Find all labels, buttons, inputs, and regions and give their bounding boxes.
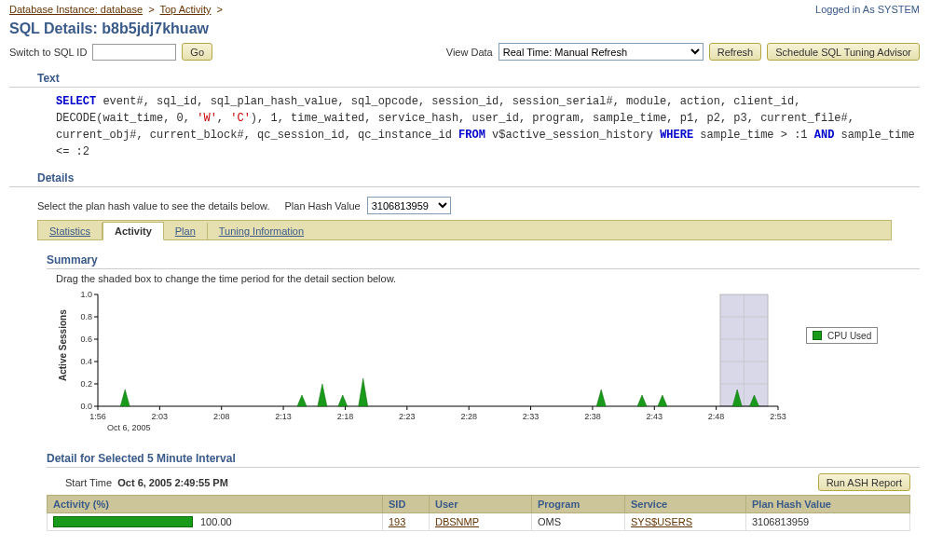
phv-cell: 3106813959 xyxy=(746,513,910,531)
activity-table: Activity (%) SID User Program Service Pl… xyxy=(47,495,910,531)
view-data-label: View Data xyxy=(446,47,493,58)
svg-text:2:28: 2:28 xyxy=(460,412,477,421)
go-button[interactable]: Go xyxy=(182,43,212,61)
table-header-row: Activity (%) SID User Program Service Pl… xyxy=(48,496,910,513)
svg-marker-46 xyxy=(297,395,307,406)
breadcrumb-top-activity[interactable]: Top Activity xyxy=(159,4,211,15)
start-time-value: Oct 6, 2005 2:49:55 PM xyxy=(117,477,228,488)
svg-text:0.4: 0.4 xyxy=(80,357,92,366)
svg-text:0.0: 0.0 xyxy=(80,402,92,411)
svg-text:2:18: 2:18 xyxy=(337,412,354,421)
svg-text:2:38: 2:38 xyxy=(584,412,601,421)
table-row: 100.00 193 DBSNMP OMS SYS$USERS 31068139… xyxy=(48,513,910,531)
svg-text:2:08: 2:08 xyxy=(213,412,230,421)
svg-text:2:33: 2:33 xyxy=(523,412,540,421)
switch-sqlid-label: Switch to SQL ID xyxy=(9,47,87,58)
tab-plan[interactable]: Plan xyxy=(164,223,208,239)
chevron-right-icon: > xyxy=(145,4,157,15)
cpu-swatch-icon xyxy=(813,331,822,340)
breadcrumb-db-instance[interactable]: Database Instance: database xyxy=(9,4,143,15)
start-time-label: Start Time xyxy=(65,477,112,488)
run-ash-report-button[interactable]: Run ASH Report xyxy=(818,473,910,491)
svg-text:2:53: 2:53 xyxy=(770,412,786,421)
sid-link[interactable]: 193 xyxy=(389,516,405,527)
col-user[interactable]: User xyxy=(430,496,532,513)
activity-pct: 100.00 xyxy=(200,516,232,527)
user-link[interactable]: DBSNMP xyxy=(435,516,479,527)
y-axis-label: Active Sessions xyxy=(56,290,70,402)
login-status: Logged in As SYSTEM xyxy=(815,4,920,15)
page-title: SQL Details: b8b5jdj7khuaw xyxy=(9,20,920,37)
svg-text:0.2: 0.2 xyxy=(80,379,92,389)
col-phv[interactable]: Plan Hash Value xyxy=(746,496,910,513)
col-service[interactable]: Service xyxy=(625,496,746,513)
legend-cpu-label: CPU Used xyxy=(827,331,871,341)
svg-marker-47 xyxy=(318,384,327,406)
svg-text:Oct 6, 2005: Oct 6, 2005 xyxy=(107,423,151,432)
col-activity[interactable]: Activity (%) xyxy=(48,496,383,513)
switch-sqlid-input[interactable] xyxy=(92,44,176,61)
svg-text:1.0: 1.0 xyxy=(80,290,92,299)
section-details-header: Details xyxy=(9,168,920,187)
svg-marker-45 xyxy=(120,389,130,406)
col-sid[interactable]: SID xyxy=(383,496,430,513)
svg-marker-49 xyxy=(359,378,368,406)
svg-text:1:56: 1:56 xyxy=(89,412,106,421)
program-cell: OMS xyxy=(532,513,625,531)
schedule-tuning-button[interactable]: Schedule SQL Tuning Advisor xyxy=(767,43,920,61)
view-data-select[interactable]: Real Time: Manual Refresh xyxy=(499,43,704,61)
svg-text:2:13: 2:13 xyxy=(275,412,292,421)
detail-interval-header: Detail for Selected 5 Minute Interval xyxy=(47,452,920,468)
activity-chart[interactable]: 0.00.20.40.60.81.01:562:032:082:132:182:… xyxy=(70,290,787,439)
legend: CPU Used xyxy=(806,327,878,344)
refresh-button[interactable]: Refresh xyxy=(709,43,762,61)
section-text-header: Text xyxy=(9,68,920,88)
activity-bar xyxy=(53,516,193,527)
tab-tuning[interactable]: Tuning Information xyxy=(208,223,315,239)
svg-text:2:03: 2:03 xyxy=(152,412,169,421)
summary-header: Summary xyxy=(47,253,920,269)
svg-text:2:48: 2:48 xyxy=(708,412,725,421)
svg-text:2:43: 2:43 xyxy=(647,412,663,421)
svg-text:2:23: 2:23 xyxy=(399,412,416,421)
svg-text:0.8: 0.8 xyxy=(80,312,92,321)
svg-text:0.6: 0.6 xyxy=(80,335,92,344)
chevron-right-icon: > xyxy=(214,4,225,15)
details-hint: Select the plan hash value to see the de… xyxy=(37,200,270,212)
svg-marker-50 xyxy=(596,389,606,406)
plan-hash-label: Plan Hash Value xyxy=(285,200,361,212)
tab-activity[interactable]: Activity xyxy=(102,222,164,240)
summary-hint: Drag the shaded box to change the time p… xyxy=(9,271,920,290)
tab-statistics[interactable]: Statistics xyxy=(38,223,102,239)
col-program[interactable]: Program xyxy=(532,496,625,513)
plan-hash-select[interactable]: 3106813959 xyxy=(367,197,451,214)
svg-marker-51 xyxy=(637,395,647,406)
svg-marker-48 xyxy=(338,395,348,406)
svg-marker-52 xyxy=(658,395,667,406)
details-tabs: Statistics Activity Plan Tuning Informat… xyxy=(37,220,892,240)
sql-text: SELECT event#, sql_id, sql_plan_hash_val… xyxy=(9,91,920,162)
service-link[interactable]: SYS$USERS xyxy=(631,516,692,527)
